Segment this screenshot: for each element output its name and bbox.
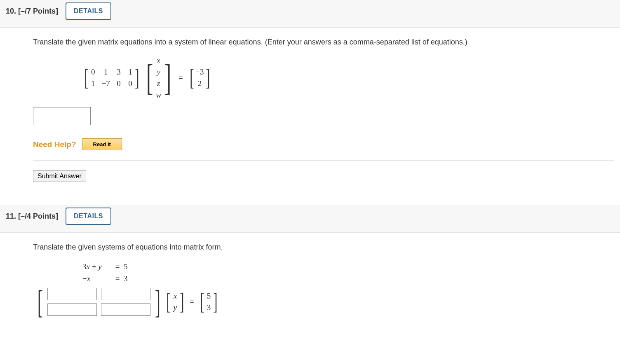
question-points: [–/4 Points] bbox=[18, 212, 58, 220]
bracket-left-icon: [ bbox=[84, 70, 88, 86]
matrix-cell-input[interactable] bbox=[47, 303, 97, 316]
question-header: 11. [–/4 Points] DETAILS bbox=[0, 205, 620, 233]
vector-b: [ 5 3 ] bbox=[198, 292, 219, 312]
matrix-cell: 0 bbox=[116, 79, 122, 88]
equation-system: 3x + y = 5 −x = 3 bbox=[33, 261, 614, 285]
bracket-right-icon: ] bbox=[164, 68, 171, 88]
details-button[interactable]: DETAILS bbox=[66, 208, 111, 225]
equals-sign: = bbox=[188, 298, 197, 306]
equation-rhs: 5 bbox=[124, 261, 614, 273]
vector-vars: [ x y z w ] bbox=[143, 56, 174, 100]
question-11: 11. [–/4 Points] DETAILS Translate the g… bbox=[0, 205, 620, 327]
separator bbox=[0, 194, 620, 205]
question-10: 10. [–/7 Points] DETAILS Translate the g… bbox=[0, 0, 620, 194]
matrix-cell-input[interactable] bbox=[47, 288, 97, 300]
vector-var: x bbox=[172, 292, 178, 301]
vector-var: y bbox=[172, 303, 178, 312]
matrix-cell: −7 bbox=[102, 79, 110, 88]
question-number-points: 10. [–/7 Points] bbox=[6, 7, 58, 16]
vector-var: z bbox=[156, 79, 162, 88]
question-number-points: 11. [–/4 Points] bbox=[6, 212, 58, 221]
need-help-label: Need Help? bbox=[33, 140, 76, 149]
matrix-cell: 0 bbox=[90, 68, 96, 77]
matrix-cell: 3 bbox=[116, 68, 122, 77]
bracket-left-icon: [ bbox=[200, 294, 204, 310]
question-prompt: Translate the given systems of equations… bbox=[33, 242, 614, 253]
vector-vars: [ x y ] bbox=[164, 292, 186, 312]
question-number: 10. bbox=[6, 7, 16, 15]
question-header: 10. [–/7 Points] DETAILS bbox=[0, 0, 620, 28]
matrix-cell: 1 bbox=[90, 79, 96, 88]
equals-sign: = bbox=[111, 261, 124, 273]
bracket-left-icon: [ bbox=[166, 294, 170, 310]
bracket-right-icon: ] bbox=[135, 70, 139, 86]
vector-var: y bbox=[156, 68, 162, 77]
question-body: Translate the given systems of equations… bbox=[0, 233, 620, 327]
vector-b: [ −3 2 ] bbox=[188, 68, 212, 88]
equals-sign: = bbox=[111, 273, 124, 285]
bracket-right-icon: ] bbox=[206, 70, 210, 86]
bracket-right-icon: ] bbox=[214, 294, 218, 310]
vector-cell: −3 bbox=[195, 68, 204, 77]
bracket-left-icon: [ bbox=[38, 292, 43, 312]
vector-cell: 5 bbox=[206, 292, 211, 301]
matrix-A: [ 0 1 3 1 1 −7 0 0 ] bbox=[82, 68, 141, 88]
matrix-cell-input[interactable] bbox=[101, 288, 150, 300]
matrix-cell-input[interactable] bbox=[101, 303, 150, 316]
equals-sign: = bbox=[176, 74, 186, 82]
answer-area bbox=[33, 107, 614, 125]
details-button[interactable]: DETAILS bbox=[66, 2, 111, 20]
bracket-right-icon: ] bbox=[180, 294, 184, 310]
question-prompt: Translate the given matrix equations int… bbox=[33, 37, 614, 48]
matrix-cell: 1 bbox=[103, 68, 109, 77]
vector-cell: 2 bbox=[197, 79, 202, 88]
question-body: Translate the given matrix equations int… bbox=[0, 28, 620, 194]
submit-answer-button[interactable]: Submit Answer bbox=[33, 170, 86, 182]
equation-lhs: −x bbox=[82, 273, 111, 285]
equation-rhs: 3 bbox=[124, 273, 614, 285]
question-points: [–/7 Points] bbox=[18, 7, 58, 15]
vector-cell: 3 bbox=[206, 303, 211, 312]
question-number: 11. bbox=[6, 212, 16, 220]
matrix-cell: 1 bbox=[127, 68, 133, 77]
equation-lhs: 3x + y bbox=[82, 261, 111, 273]
answer-input[interactable] bbox=[33, 107, 91, 125]
matrix-cell: 0 bbox=[127, 79, 133, 88]
bracket-left-icon: [ bbox=[190, 70, 194, 86]
vector-var: x bbox=[156, 56, 162, 65]
bracket-right-icon: ] bbox=[155, 292, 160, 312]
matrix-form-input: [ ] [ x y ] = [ 5 3 bbox=[33, 288, 614, 316]
read-it-button[interactable]: Read It bbox=[82, 138, 122, 150]
help-row: Need Help? Read It bbox=[33, 138, 614, 161]
bracket-left-icon: [ bbox=[146, 68, 153, 88]
vector-var: w bbox=[156, 91, 162, 100]
matrix-equation: [ 0 1 3 1 1 −7 0 0 ] [ x y z bbox=[33, 56, 614, 100]
